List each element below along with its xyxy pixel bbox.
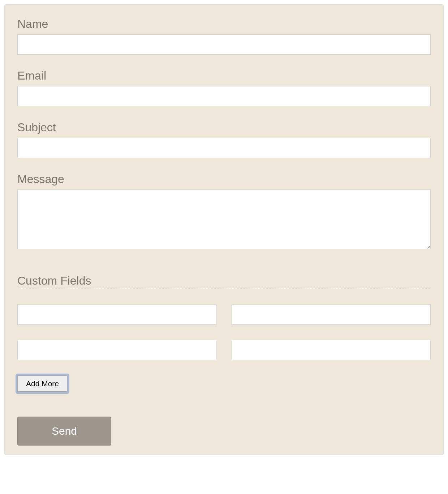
name-label: Name <box>17 17 431 31</box>
custom-field-row <box>17 305 431 325</box>
subject-label: Subject <box>17 121 431 134</box>
custom-field-input[interactable] <box>17 340 216 360</box>
custom-field-input[interactable] <box>232 305 431 325</box>
subject-input[interactable] <box>17 138 431 158</box>
name-field-group: Name <box>17 17 431 55</box>
custom-field-row <box>17 340 431 360</box>
email-field-group: Email <box>17 69 431 106</box>
contact-form-container: Name Email Subject Message Custom Fields… <box>4 4 444 455</box>
subject-field-group: Subject <box>17 121 431 158</box>
message-textarea[interactable] <box>17 189 431 249</box>
custom-field-input[interactable] <box>232 340 431 360</box>
custom-field-input[interactable] <box>17 305 216 325</box>
name-input[interactable] <box>17 34 431 55</box>
email-label: Email <box>17 69 431 82</box>
message-field-group: Message <box>17 173 431 251</box>
send-button[interactable]: Send <box>17 417 111 446</box>
custom-fields-section: Custom Fields Add More <box>17 274 431 392</box>
message-label: Message <box>17 173 431 186</box>
email-input[interactable] <box>17 86 431 106</box>
custom-fields-title: Custom Fields <box>17 274 431 289</box>
add-more-button[interactable]: Add More <box>17 375 68 392</box>
add-more-wrapper: Add More <box>17 375 431 392</box>
